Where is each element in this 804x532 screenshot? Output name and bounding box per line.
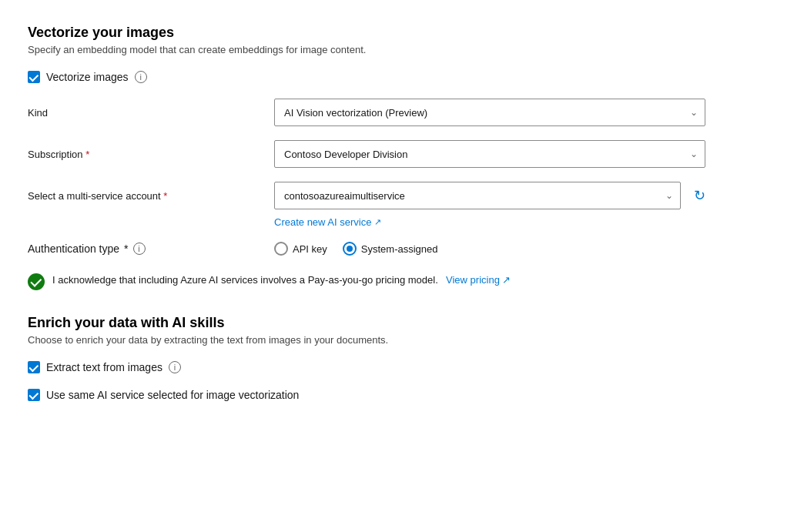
enrich-section: Enrich your data with AI skills Choose t… [28,315,776,401]
multi-service-select[interactable]: contosoazureaimultiservice [274,182,681,209]
extract-text-row: Extract text from images i [28,361,776,373]
auth-label: Authentication type [28,243,119,255]
kind-row: Kind AI Vision vectorization (Preview) ⌄ [28,99,776,126]
subscription-select[interactable]: Contoso Developer Division [274,140,705,168]
multi-service-select-wrapper: contosoazureaimultiservice ⌄ [274,182,681,209]
vectorize-images-row: Vectorize images i [28,71,776,83]
multi-service-required-star: * [163,190,167,202]
vectorize-images-info-icon[interactable]: i [135,71,147,83]
vectorize-title: Vectorize your images [28,25,776,41]
auth-info-icon[interactable]: i [133,243,146,255]
vectorize-description: Specify an embedding model that can crea… [28,44,776,55]
external-link-icon: ↗ [374,217,381,227]
multi-service-row: Select a multi-service account * contoso… [28,182,776,209]
api-key-option[interactable]: API key [274,242,327,256]
auth-row: Authentication type * i API key System-a… [28,242,776,256]
acknowledge-text: I acknowledge that including Azure AI se… [52,273,511,288]
vectorize-images-label: Vectorize images [46,71,129,83]
create-link-row: Create new AI service ↗ [274,216,776,228]
kind-select[interactable]: AI Vision vectorization (Preview) [274,99,705,126]
vectorize-images-checkbox[interactable] [28,71,40,83]
kind-label: Kind [28,107,274,119]
use-same-service-checkbox[interactable] [28,389,40,401]
api-key-label: API key [293,243,327,255]
extract-text-info-icon[interactable]: i [169,361,181,373]
api-key-radio[interactable] [274,242,288,256]
enrich-title: Enrich your data with AI skills [28,315,776,331]
create-new-ai-service-link[interactable]: Create new AI service ↗ [274,216,381,228]
system-assigned-label: System-assigned [361,243,438,255]
pricing-external-icon: ↗ [502,273,511,288]
acknowledge-row: I acknowledge that including Azure AI se… [28,273,776,290]
enrich-description: Choose to enrich your data by extracting… [28,334,776,346]
auth-radio-group: API key System-assigned [274,242,438,256]
auth-required-star: * [124,243,128,255]
use-same-service-label: Use same AI service selected for image v… [46,389,299,401]
subscription-select-wrapper: Contoso Developer Division ⌄ [274,140,705,168]
use-same-service-row: Use same AI service selected for image v… [28,389,776,401]
subscription-row: Subscription * Contoso Developer Divisio… [28,140,776,168]
system-assigned-radio[interactable] [343,242,357,256]
multi-service-controls: contosoazureaimultiservice ⌄ ↻ [274,182,712,209]
subscription-label: Subscription * [28,149,274,160]
view-pricing-link[interactable]: View pricing ↗ [441,273,510,288]
subscription-required-star: * [85,149,89,160]
extract-text-checkbox[interactable] [28,361,40,373]
refresh-icon: ↻ [694,187,705,204]
kind-select-wrapper: AI Vision vectorization (Preview) ⌄ [274,99,705,126]
vectorize-section: Vectorize your images Specify an embeddi… [28,25,776,290]
acknowledge-check-icon [28,273,45,290]
refresh-button[interactable]: ↻ [687,182,712,209]
system-assigned-option[interactable]: System-assigned [343,242,438,256]
extract-text-label: Extract text from images [46,361,162,373]
multi-service-label: Select a multi-service account * [28,190,274,202]
auth-label-group: Authentication type * i [28,243,274,255]
